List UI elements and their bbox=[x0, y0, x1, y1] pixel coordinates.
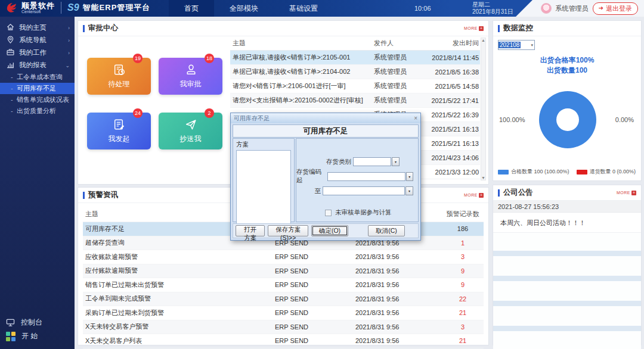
sidebar-item-label: 系统导航 bbox=[19, 36, 64, 45]
tile-我审批[interactable]: 我审批18 bbox=[159, 58, 222, 95]
alert-time: 2021/8/31 9:56 bbox=[355, 295, 442, 303]
approval-time: 2021/5/22 17:41 bbox=[420, 97, 480, 104]
alert-row[interactable]: 销售订单已过期未出货预警ERP SEND2021/8/31 9:569 bbox=[83, 278, 484, 292]
alert-sender: ERP SEND bbox=[275, 295, 355, 303]
sidebar-subitem-工令单成本查询[interactable]: 工令单成本查询 bbox=[0, 71, 75, 83]
more-icon: + bbox=[631, 191, 636, 195]
alert-row[interactable]: 工令单到期未完成预警ERP SEND2021/8/31 9:5622 bbox=[83, 292, 484, 307]
field-lookup-button[interactable]: ▾ bbox=[405, 186, 413, 195]
approval-row[interactable]: 单据已审核,请接收<销售订单>:2104-002系统管理员2021/8/5 16… bbox=[230, 65, 480, 79]
dialog-titlebar[interactable]: 可用库存不足 × bbox=[231, 113, 420, 123]
approval-row[interactable]: 请您对<支出报销单>:202105-0002进行[审核]系统管理员2021/5/… bbox=[230, 94, 480, 108]
field-input-存货编码起[interactable] bbox=[327, 172, 405, 181]
sidebar-item-我的主页[interactable]: 我的主页› bbox=[0, 21, 75, 34]
console-label: 控制台 bbox=[21, 317, 42, 328]
count-badge: 2 bbox=[205, 108, 214, 118]
alert-count: 9 bbox=[442, 281, 484, 288]
dialog-heading: 可用库存不足 bbox=[233, 124, 419, 138]
header-date-value: 2021年8月31日 bbox=[472, 8, 513, 15]
alert-count: 3 bbox=[442, 323, 484, 331]
scroll-down-icon[interactable]: ▼ bbox=[481, 176, 485, 180]
monitor-summary: 出货合格率100% 出货数量100 bbox=[493, 55, 641, 76]
notice-content[interactable]: 本周六、周日公司活动！！！ bbox=[493, 213, 641, 233]
col-time: 发出时间 bbox=[420, 39, 480, 48]
field-lookup-button[interactable]: ▾ bbox=[392, 157, 400, 166]
logo-divider bbox=[61, 2, 61, 14]
alert-count: 3 bbox=[442, 253, 484, 260]
chevron-down-icon: ▾ bbox=[531, 43, 534, 48]
alert-count: 21 bbox=[442, 337, 484, 344]
legend-swatch bbox=[498, 170, 509, 174]
field-lookup-button[interactable]: ▾ bbox=[406, 172, 413, 181]
cancel-button[interactable]: 取消(C) bbox=[368, 225, 405, 236]
approval-subject: 单据已审核,请接收<销售订单>:2104-002 bbox=[230, 67, 374, 76]
alert-row[interactable]: 应收账款逾期预警ERP SEND2021/8/31 9:563 bbox=[83, 250, 484, 264]
tile-我发起[interactable]: 我发起24 bbox=[87, 113, 151, 149]
nav-item-首页[interactable]: 首页 bbox=[169, 0, 214, 17]
tile-label: 我审批 bbox=[180, 79, 202, 89]
approval-more-button[interactable]: MORE+ bbox=[464, 26, 484, 31]
approval-time: 2021/4/23 14:06 bbox=[420, 154, 480, 161]
approval-table-header: 主题发件人发出时间 bbox=[230, 36, 480, 51]
sidebar-item-系统导航[interactable]: 系统导航› bbox=[0, 34, 75, 46]
chevron-icon: ⌄ bbox=[65, 63, 70, 68]
tile-抄送我[interactable]: 抄送我2 bbox=[159, 113, 222, 149]
navigation-icon bbox=[6, 35, 15, 45]
nav-item-基础设置[interactable]: 基础设置 bbox=[274, 0, 333, 17]
field-input-存货类别[interactable] bbox=[353, 157, 391, 166]
legend-item: 退货数量 0 (0.00%) bbox=[577, 168, 636, 176]
data-monitor-panel: 数据监控 202108 ▾ 出货合格率100% 出货数量100 100.00% … bbox=[493, 20, 642, 181]
unaudited-checkbox[interactable] bbox=[325, 210, 332, 216]
sidebar-console[interactable]: 控制台 bbox=[0, 316, 75, 329]
nav-item-全部模块[interactable]: 全部模块 bbox=[214, 0, 274, 17]
alerts-more-button[interactable]: MORE+ bbox=[464, 193, 484, 198]
sidebar-subitem-销售单完成状况表[interactable]: 销售单完成状况表 bbox=[0, 94, 75, 105]
approval-row[interactable]: 请您对<销售订单>:2106-001进行[一审]系统管理员2021/6/5 14… bbox=[230, 79, 480, 94]
sidebar-subitem-出货质量分析[interactable]: 出货质量分析 bbox=[0, 105, 75, 117]
approval-sender: 系统管理员 bbox=[374, 53, 420, 62]
sidebar-subitem-可用库存不足[interactable]: 可用库存不足 bbox=[0, 83, 75, 94]
ok-button[interactable]: 确定(O) bbox=[311, 225, 348, 236]
briefcase-icon bbox=[6, 48, 15, 58]
more-icon: + bbox=[479, 193, 484, 198]
approval-row[interactable]: 单据已审核,请接收<销售订单>:2105-001系统管理员2021/8/14 1… bbox=[230, 51, 480, 65]
scroll-up-icon[interactable]: ▲ bbox=[481, 38, 485, 42]
pass-rate-line: 出货合格率100% bbox=[493, 55, 641, 66]
col-count: 预警记录数 bbox=[442, 210, 484, 219]
close-icon[interactable]: × bbox=[414, 116, 417, 121]
paper-plane-icon bbox=[184, 118, 197, 133]
logout-button[interactable]: ➜ 退出登录 bbox=[593, 2, 638, 15]
alert-count: 1 bbox=[442, 239, 484, 247]
save-scheme-button[interactable]: 保存方案(S)>> bbox=[268, 225, 308, 236]
count-badge: 19 bbox=[133, 54, 143, 63]
tile-label: 待处理 bbox=[109, 79, 130, 89]
sidebar-item-我的工作[interactable]: 我的工作› bbox=[0, 46, 75, 59]
legend-item: 合格数量 100 (100.00%) bbox=[498, 168, 569, 176]
notice-more-button[interactable]: MORE+ bbox=[617, 191, 636, 195]
approval-time: 2021/3/3 12:00 bbox=[420, 169, 480, 176]
approval-subject: 单据已审核,请接收<销售订单>:2105-001 bbox=[230, 53, 374, 62]
alert-row[interactable]: X天未转交易客户预警ERP SEND2021/8/31 9:563 bbox=[83, 320, 484, 335]
sidebar-start[interactable]: 开 始 bbox=[0, 329, 75, 343]
scheme-listbox[interactable] bbox=[236, 150, 291, 226]
tile-待处理[interactable]: 待处理19 bbox=[87, 58, 151, 95]
alert-row[interactable]: 应付账款逾期预警ERP SEND2021/8/31 9:569 bbox=[83, 264, 484, 279]
alert-count: 22 bbox=[442, 295, 484, 303]
sidebar: 我的主页›系统导航›我的工作›我的报表⌄ 工令单成本查询可用库存不足销售单完成状… bbox=[0, 17, 75, 349]
sidebar-item-label: 我的主页 bbox=[19, 23, 64, 32]
alert-row[interactable]: X天未交易客户列表ERP SEND2021/8/31 9:5621 bbox=[83, 334, 484, 348]
period-value: 202108 bbox=[499, 42, 521, 48]
user-avatar[interactable] bbox=[541, 3, 552, 14]
tile-label: 我发起 bbox=[109, 134, 130, 144]
period-select[interactable]: 202108 ▾ bbox=[498, 40, 535, 50]
sidebar-item-我的报表[interactable]: 我的报表⌄ bbox=[0, 59, 75, 71]
legend-label: 合格数量 100 (100.00%) bbox=[511, 168, 569, 176]
donut-legend: 合格数量 100 (100.00%)退货数量 0 (0.00%) bbox=[498, 168, 636, 176]
approval-table-scrollbar[interactable]: ▲ ▼ bbox=[481, 38, 486, 180]
main-nav: 首页全部模块基础设置 bbox=[169, 0, 333, 17]
app-logo: 顺景软件 Centersoft S9 智能ERP管理平台 bbox=[5, 1, 150, 14]
approval-subject: 请您对<销售订单>:2106-001进行[一审] bbox=[230, 82, 374, 91]
alert-row[interactable]: 采购订单已过期未到货预警ERP SEND2021/8/31 9:5621 bbox=[83, 306, 484, 320]
field-input-至[interactable] bbox=[323, 186, 405, 195]
open-scheme-button[interactable]: 打开方案 bbox=[236, 225, 265, 236]
